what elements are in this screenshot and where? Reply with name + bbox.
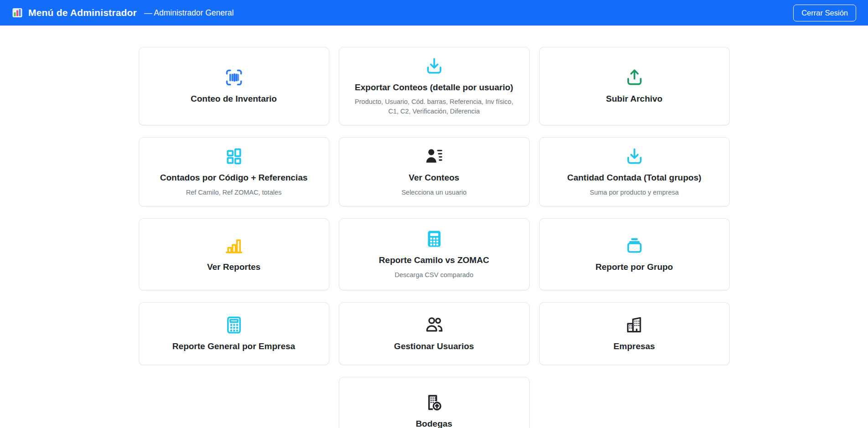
barcode-scan-icon — [224, 67, 244, 88]
buildings-icon — [624, 315, 645, 335]
building-up-icon — [424, 392, 444, 413]
briefcase-icon — [624, 236, 645, 256]
admin-menu-grid: Conteo de Inventario Exportar Conteos (d… — [139, 47, 730, 428]
card-title: Gestionar Usuarios — [394, 341, 474, 352]
card-title: Empresas — [613, 341, 655, 352]
card-title: Reporte General por Empresa — [172, 341, 295, 352]
logout-button[interactable]: Cerrar Sesión — [793, 5, 856, 21]
card-subtitle: Selecciona un usuario — [401, 188, 467, 197]
card-reporte-por-grupo[interactable]: Reporte por Grupo — [539, 218, 730, 290]
app-brand: Menú de Administrador — [12, 7, 137, 18]
grid-layout-icon — [224, 146, 244, 166]
calculator-icon — [224, 315, 244, 335]
calculator-fill-icon — [424, 229, 444, 249]
card-conteo-de-inventario[interactable]: Conteo de Inventario — [139, 47, 329, 125]
card-title: Exportar Conteos (detalle por usuario) — [355, 82, 513, 93]
card-title: Subir Archivo — [606, 93, 663, 105]
top-navbar: Menú de Administrador — Administrador Ge… — [0, 0, 868, 26]
card-ver-reportes[interactable]: Ver Reportes — [139, 218, 329, 290]
bar-chart-logo-icon — [12, 7, 23, 18]
bar-chart-icon — [224, 236, 244, 256]
card-subir-archivo[interactable]: Subir Archivo — [539, 47, 730, 125]
download-icon — [424, 56, 444, 76]
upload-icon — [624, 67, 645, 88]
person-lines-icon — [424, 146, 444, 166]
page-title: Menú de Administrador — [28, 7, 137, 18]
card-subtitle: Ref Camilo, Ref ZOMAC, totales — [186, 188, 282, 197]
card-gestionar-usuarios[interactable]: Gestionar Usuarios — [339, 302, 530, 365]
card-subtitle: Producto, Usuario, Cód. barras, Referenc… — [350, 97, 518, 116]
page-subtitle: — Administrador General — [144, 8, 234, 18]
card-cantidad-contada[interactable]: Cantidad Contada (Total grupos) Suma por… — [539, 137, 730, 206]
card-reporte-camilo-vs-zomac[interactable]: Reporte Camilo vs ZOMAC Descarga CSV com… — [339, 218, 530, 290]
card-empresas[interactable]: Empresas — [539, 302, 730, 365]
card-exportar-conteos[interactable]: Exportar Conteos (detalle por usuario) P… — [339, 47, 530, 125]
card-title: Contados por Código + Referencias — [160, 172, 308, 184]
card-title: Ver Conteos — [409, 172, 459, 184]
card-ver-conteos[interactable]: Ver Conteos Selecciona un usuario — [339, 137, 530, 206]
card-contados-por-codigo[interactable]: Contados por Código + Referencias Ref Ca… — [139, 137, 329, 206]
card-title: Bodegas — [416, 418, 452, 428]
card-title: Ver Reportes — [207, 262, 260, 273]
download-icon — [624, 146, 645, 166]
card-subtitle: Suma por producto y empresa — [590, 188, 679, 197]
card-subtitle: Descarga CSV comparado — [395, 270, 473, 280]
card-title: Conteo de Inventario — [191, 93, 277, 105]
card-title: Reporte Camilo vs ZOMAC — [379, 255, 489, 266]
card-title: Reporte por Grupo — [596, 262, 673, 273]
card-bodegas[interactable]: Bodegas — [339, 377, 530, 428]
card-reporte-general-por-empresa[interactable]: Reporte General por Empresa — [139, 302, 329, 365]
people-icon — [424, 315, 444, 335]
card-title: Cantidad Contada (Total grupos) — [567, 172, 701, 184]
